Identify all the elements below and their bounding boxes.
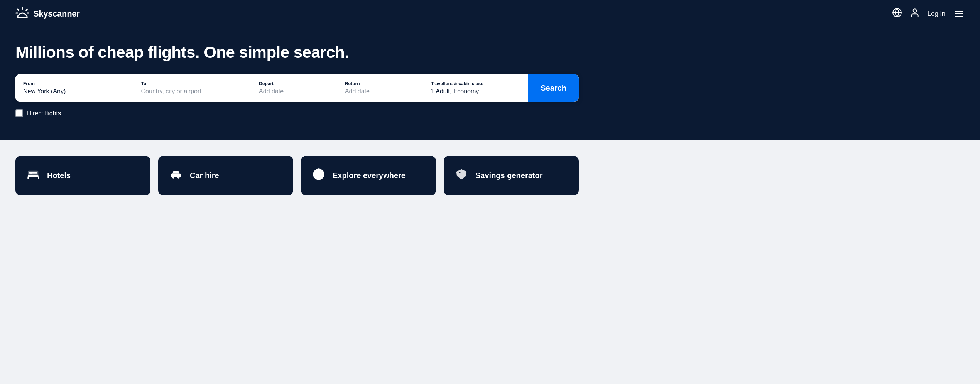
cards-section: Hotels Car hire: [0, 140, 980, 211]
svg-rect-2: [27, 12, 29, 13]
login-button[interactable]: Log in: [928, 10, 945, 18]
travellers-value: 1 Adult, Economy: [431, 88, 479, 94]
depart-field[interactable]: Depart Add date: [251, 74, 337, 102]
savings-label: Savings generator: [475, 171, 543, 180]
user-icon[interactable]: [910, 8, 920, 20]
logo-text: Skyscanner: [33, 9, 80, 19]
search-button-label: Search: [541, 84, 566, 93]
svg-rect-0: [22, 7, 23, 10]
search-bar: From New York (Any) To Country, city or …: [15, 74, 579, 102]
svg-point-13: [172, 176, 174, 178]
return-placeholder: Add date: [345, 88, 370, 94]
direct-flights-checkbox[interactable]: [15, 109, 23, 117]
svg-rect-3: [17, 8, 19, 11]
explore-globe-icon: [312, 168, 326, 183]
hamburger-menu[interactable]: [953, 10, 965, 18]
svg-rect-12: [171, 174, 181, 177]
from-label: From: [23, 81, 125, 86]
car-hire-card[interactable]: Car hire: [158, 156, 293, 195]
travellers-field[interactable]: Travellers & cabin class 1 Adult, Econom…: [423, 74, 528, 102]
svg-rect-4: [15, 12, 18, 13]
svg-point-8: [913, 9, 916, 12]
car-hire-label: Car hire: [190, 171, 219, 180]
depart-label: Depart: [259, 81, 329, 86]
svg-point-17: [459, 172, 460, 173]
hotels-card[interactable]: Hotels: [15, 156, 150, 195]
header: Skyscanner Log in: [0, 0, 980, 28]
cards-grid: Hotels Car hire: [15, 156, 579, 195]
globe-icon[interactable]: [892, 8, 902, 20]
tag-icon: [455, 168, 468, 183]
car-icon: [169, 168, 183, 183]
search-button[interactable]: Search: [528, 74, 579, 102]
explore-card[interactable]: Explore everywhere: [301, 156, 436, 195]
skyscanner-logo-icon: [15, 6, 29, 22]
hero-section: Millions of cheap flights. One simple se…: [0, 28, 980, 140]
depart-placeholder: Add date: [259, 88, 284, 94]
from-value: New York (Any): [23, 88, 66, 94]
from-field[interactable]: From New York (Any): [15, 74, 133, 102]
direct-flights-label[interactable]: Direct flights: [27, 110, 61, 117]
return-field[interactable]: Return Add date: [337, 74, 423, 102]
svg-rect-5: [17, 17, 28, 18]
header-nav: Log in: [892, 8, 965, 20]
direct-flights-row: Direct flights: [15, 109, 965, 117]
hamburger-line-1: [955, 11, 963, 12]
explore-label: Explore everywhere: [333, 171, 406, 180]
svg-rect-9: [30, 172, 32, 174]
to-placeholder: Country, city or airport: [141, 88, 201, 94]
return-label: Return: [345, 81, 415, 86]
hotels-label: Hotels: [47, 171, 71, 180]
svg-rect-1: [25, 8, 28, 11]
svg-point-14: [177, 176, 179, 178]
hero-title: Millions of cheap flights. One simple se…: [15, 43, 965, 62]
savings-card[interactable]: Savings generator: [444, 156, 579, 195]
hamburger-line-2: [955, 13, 963, 14]
travellers-label: Travellers & cabin class: [431, 81, 520, 86]
hamburger-line-3: [955, 16, 963, 17]
to-field[interactable]: To Country, city or airport: [133, 74, 252, 102]
to-label: To: [141, 81, 243, 86]
logo[interactable]: Skyscanner: [15, 6, 80, 22]
bed-icon: [26, 168, 40, 183]
